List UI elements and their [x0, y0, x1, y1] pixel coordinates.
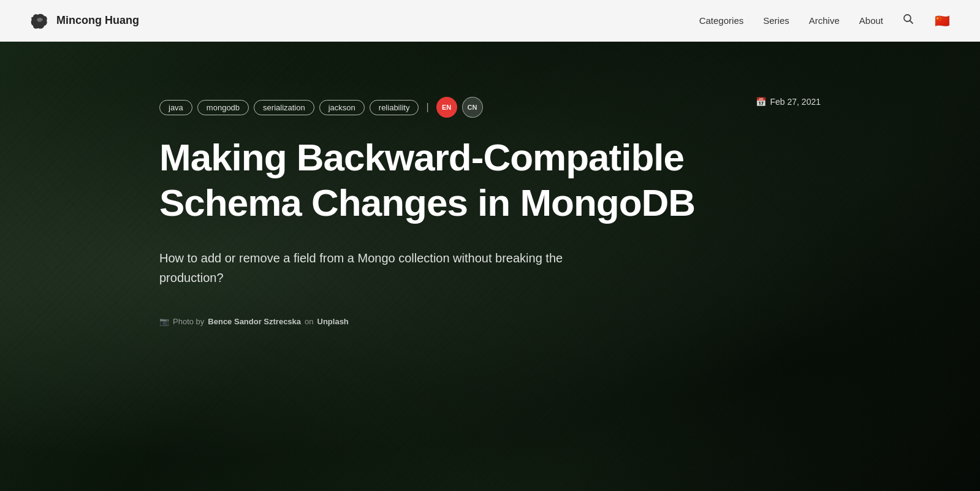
nav-archive[interactable]: Archive — [809, 15, 840, 26]
brand-icon — [29, 11, 49, 31]
photographer-link[interactable]: Bence Sandor Sztrecska — [208, 317, 301, 326]
hero-date-text: Feb 27, 2021 — [770, 97, 821, 107]
tag-mongodb[interactable]: mongodb — [197, 100, 249, 115]
camera-icon: 📷 — [159, 317, 169, 326]
nav-categories[interactable]: Categories — [699, 15, 744, 26]
brand-link[interactable]: Mincong Huang — [29, 11, 139, 31]
lang-cn-badge[interactable]: CN — [462, 97, 483, 118]
navbar: Mincong Huang Categories Series Archive … — [0, 0, 980, 42]
photo-source-link[interactable]: Unplash — [317, 317, 349, 326]
hero-content: java mongodb serialization jackson relia… — [0, 42, 980, 326]
nav-about[interactable]: About — [859, 15, 883, 26]
search-icon[interactable] — [903, 13, 914, 28]
article-subtitle: How to add or remove a field from a Mong… — [159, 248, 625, 287]
hero-tags: java mongodb serialization jackson relia… — [159, 97, 821, 118]
hero-date: 📅 Feb 27, 2021 — [756, 97, 821, 107]
brand-name: Mincong Huang — [56, 14, 139, 27]
photo-credit: 📷 Photo by Bence Sandor Sztrecska on Unp… — [159, 317, 821, 326]
lang-en-badge[interactable]: EN — [436, 97, 457, 118]
svg-line-1 — [910, 21, 913, 24]
tag-jackson[interactable]: jackson — [319, 100, 365, 115]
hero-section: java mongodb serialization jackson relia… — [0, 42, 980, 491]
tag-separator: | — [426, 102, 428, 113]
tag-reliability[interactable]: reliability — [370, 100, 419, 115]
calendar-icon: 📅 — [756, 97, 766, 107]
tag-java[interactable]: java — [159, 100, 192, 115]
article-title: Making Backward-Compatible Schema Change… — [159, 135, 711, 226]
nav-links: Categories Series Archive About 🇨🇳 — [699, 13, 951, 28]
photo-credit-on: on — [305, 317, 313, 326]
photo-credit-prefix: Photo by — [173, 317, 204, 326]
tag-serialization[interactable]: serialization — [254, 100, 314, 115]
nav-series[interactable]: Series — [763, 15, 789, 26]
cn-flag-icon[interactable]: 🇨🇳 — [933, 15, 951, 27]
